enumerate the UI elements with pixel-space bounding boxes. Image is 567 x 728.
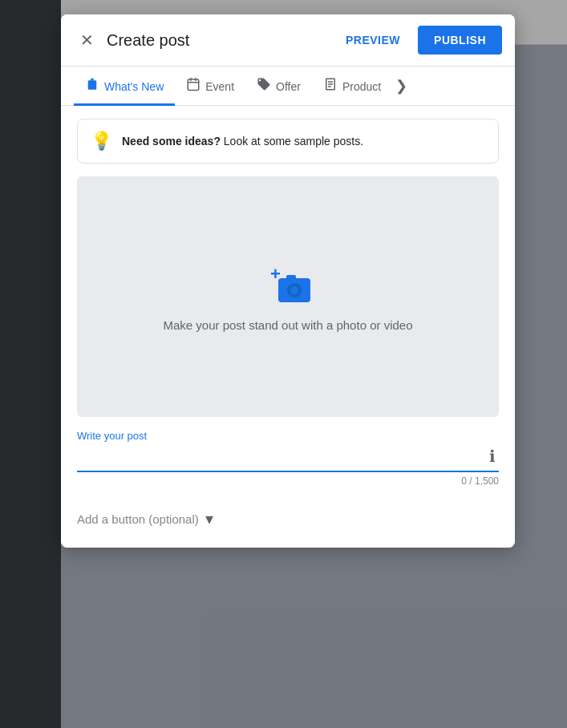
post-field-label: Write your post xyxy=(77,430,499,442)
tab-product[interactable]: Product xyxy=(312,67,392,106)
ideas-text: Need some ideas? Look at some sample pos… xyxy=(122,133,363,150)
close-icon: ✕ xyxy=(80,32,94,48)
tab-whats-new-label: What's New xyxy=(104,80,164,93)
create-post-modal: ✕ Create post PREVIEW PUBLISH What's New xyxy=(61,14,515,548)
whats-new-icon xyxy=(85,77,99,95)
tab-product-label: Product xyxy=(342,80,381,93)
svg-rect-0 xyxy=(188,79,200,91)
publish-button[interactable]: PUBLISH xyxy=(418,26,502,55)
svg-point-4 xyxy=(290,286,298,294)
info-icon[interactable]: ℹ xyxy=(489,447,496,466)
add-button-section[interactable]: Add a button (optional) ▾ xyxy=(77,499,499,535)
modal-header: ✕ Create post PREVIEW PUBLISH xyxy=(61,14,515,67)
tabs-more-icon[interactable]: ❯ xyxy=(395,77,407,95)
ideas-banner[interactable]: 💡 Need some ideas? Look at some sample p… xyxy=(77,119,499,164)
lightbulb-icon: 💡 xyxy=(91,131,112,152)
add-photo-icon: + xyxy=(262,262,314,305)
ideas-rest-text: Look at some sample posts. xyxy=(221,135,363,148)
modal-title: Create post xyxy=(107,31,334,50)
post-input-wrap: ℹ xyxy=(77,445,499,472)
ideas-bold-text: Need some ideas? xyxy=(122,135,221,148)
camera-icon-wrap: + xyxy=(262,262,314,309)
tab-event-label: Event xyxy=(205,80,234,93)
tabs-bar: What's New Event Offer xyxy=(61,67,515,106)
event-icon xyxy=(186,77,200,95)
modal-body: 💡 Need some ideas? Look at some sample p… xyxy=(61,106,515,548)
media-upload-area[interactable]: + Make your post stand out with a photo … xyxy=(77,176,499,417)
product-icon xyxy=(323,77,338,95)
tab-offer[interactable]: Offer xyxy=(245,67,312,106)
char-count: 0 / 1,500 xyxy=(77,475,499,487)
tab-whats-new[interactable]: What's New xyxy=(74,67,175,106)
tab-offer-label: Offer xyxy=(276,80,301,93)
svg-rect-5 xyxy=(286,275,296,280)
close-button[interactable]: ✕ xyxy=(77,29,97,51)
media-prompt-text: Make your post stand out with a photo or… xyxy=(163,318,412,332)
add-button-label: Add a button (optional) xyxy=(77,512,199,526)
dropdown-arrow-icon: ▾ xyxy=(205,509,213,528)
offer-icon xyxy=(257,77,271,95)
preview-button[interactable]: PREVIEW xyxy=(334,27,411,53)
post-input[interactable] xyxy=(77,445,499,471)
tab-event[interactable]: Event xyxy=(175,67,245,106)
